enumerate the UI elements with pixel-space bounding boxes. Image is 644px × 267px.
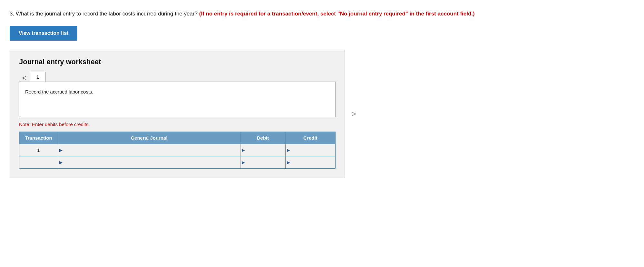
col-header-credit: Credit	[286, 132, 336, 144]
dropdown-arrow-icon-2: ▶	[59, 160, 63, 165]
prev-tab-arrow[interactable]: <	[19, 74, 30, 82]
next-tab-arrow[interactable]: >	[351, 109, 356, 119]
dropdown-arrow-debit-icon: ▶	[242, 148, 245, 153]
dropdown-arrow-credit-icon: ▶	[287, 148, 290, 153]
col-header-debit: Debit	[240, 132, 286, 144]
cell-debit-1[interactable]: ▶	[240, 144, 286, 156]
question-highlight-text: (If no entry is required for a transacti…	[199, 11, 475, 17]
dropdown-arrow-debit-icon-2: ▶	[242, 160, 245, 165]
cell-credit-1[interactable]: ▶	[286, 144, 336, 156]
debit-input-1[interactable]	[246, 144, 284, 156]
credit-input-2[interactable]	[291, 156, 334, 168]
table-row: 1 ▶ ▶ ▶	[19, 144, 336, 156]
cell-general-journal-2[interactable]: ▶	[58, 156, 240, 168]
cell-transaction-1: 1	[19, 144, 58, 156]
worksheet-title: Journal entry worksheet	[19, 58, 336, 66]
tab-1[interactable]: 1	[30, 72, 46, 82]
tab-navigation: < 1	[19, 72, 336, 82]
question-normal-text: What is the journal entry to record the …	[16, 11, 198, 17]
worksheet-description: Record the accrued labor costs.	[25, 88, 329, 96]
credit-input-1[interactable]	[291, 144, 334, 156]
table-row: ▶ ▶ ▶	[19, 156, 336, 168]
general-journal-input-1[interactable]	[64, 144, 239, 156]
col-header-general-journal: General Journal	[58, 132, 240, 144]
table-body: 1 ▶ ▶ ▶	[19, 144, 336, 168]
cell-general-journal-1[interactable]: ▶	[58, 144, 240, 156]
journal-table: Transaction General Journal Debit Credit…	[19, 132, 336, 169]
table-header: Transaction General Journal Debit Credit	[19, 132, 336, 144]
general-journal-input-2[interactable]	[64, 156, 239, 168]
question-section: 3. What is the journal entry to record t…	[10, 10, 634, 18]
worksheet-container: Journal entry worksheet < 1 Record the a…	[10, 50, 345, 178]
question-text: 3. What is the journal entry to record t…	[10, 10, 634, 18]
worksheet-body: Record the accrued labor costs.	[19, 82, 336, 117]
debit-input-2[interactable]	[246, 156, 284, 168]
question-number: 3	[10, 11, 13, 17]
cell-transaction-2	[19, 156, 58, 168]
cell-credit-2[interactable]: ▶	[286, 156, 336, 168]
view-transaction-button[interactable]: View transaction list	[10, 26, 77, 41]
cell-debit-2[interactable]: ▶	[240, 156, 286, 168]
dropdown-arrow-icon: ▶	[59, 148, 63, 153]
note-text: Note: Enter debits before credits.	[19, 122, 336, 127]
dropdown-arrow-credit-icon-2: ▶	[287, 160, 290, 165]
col-header-transaction: Transaction	[19, 132, 58, 144]
